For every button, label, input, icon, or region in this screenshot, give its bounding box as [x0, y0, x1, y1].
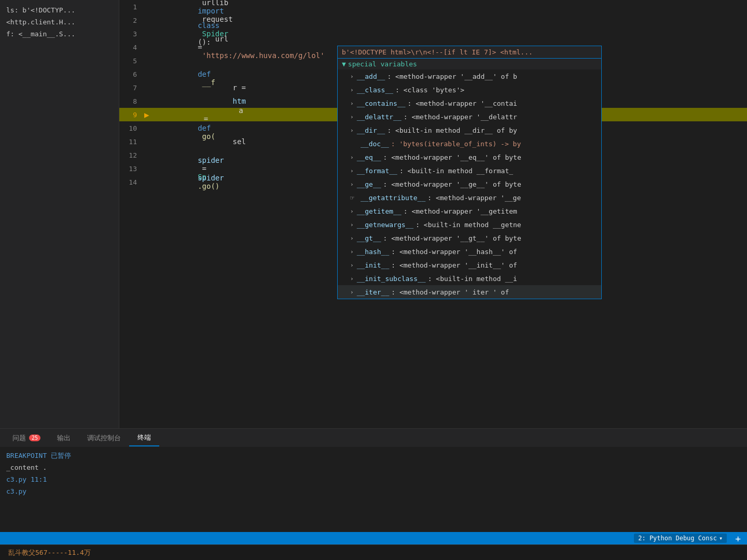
popup-item-init-subclass[interactable]: › __init_subclass__ : <built-in method _… — [338, 272, 601, 285]
popup-item-delattr[interactable]: › __delattr__ : <method-wrapper '__delat… — [338, 110, 601, 123]
item-value: : <method-wrapper '__ge — [427, 194, 521, 202]
stack-item-c3-1[interactable]: c3.py 11:1 — [6, 474, 741, 484]
item-key: __hash__ — [357, 248, 390, 256]
status-bar: 2: Python Debug Consc ▾ + — [0, 532, 747, 544]
editor-area: ls: b'<!DOCTYP... <http.client.H... f: <… — [0, 0, 747, 428]
stack-item-c3-2[interactable]: c3.py — [6, 486, 741, 496]
bottom-content: BREAKPOINT 已暂停 _content . c3.py 11:1 c3.… — [0, 447, 747, 532]
text: sel — [198, 137, 246, 146]
chevron-down-icon: ▼ — [342, 60, 346, 68]
popup-item-getitem[interactable]: › __getitem__ : <method-wrapper '__getit… — [338, 204, 601, 218]
expand-icon[interactable]: › — [350, 87, 354, 93]
item-key: __dir__ — [357, 127, 385, 134]
expand-icon[interactable]: › — [350, 154, 354, 161]
popup-item-init[interactable]: › __init__ : <method-wrapper '__init__' … — [338, 258, 601, 272]
expand-icon[interactable]: › — [350, 181, 354, 188]
cursor-icon: ☞ — [350, 194, 358, 202]
expand-icon[interactable]: › — [350, 289, 354, 296]
expand-icon[interactable]: › — [350, 221, 354, 228]
item-value: : <class 'bytes'> — [395, 86, 464, 94]
tab-terminal-label: 终端 — [137, 433, 151, 442]
text — [198, 116, 215, 124]
bottom-tabs: 问题 25 输出 调试控制台 终端 — [0, 429, 747, 447]
item-key: __init__ — [357, 261, 390, 269]
expand-icon[interactable]: › — [350, 262, 354, 269]
popup-item-gt[interactable]: › __gt__ : <method-wrapper '__gt__' of b… — [338, 231, 601, 245]
item-key: __delattr__ — [357, 113, 402, 121]
line-num-13: 13 — [119, 165, 145, 173]
debug-console-dropdown[interactable]: 2: Python Debug Consc ▾ — [634, 534, 727, 543]
popup-body[interactable]: ▼ special variables › __add__ : <method-… — [338, 59, 601, 299]
sidebar-item-3[interactable]: f: <__main__.S... — [0, 28, 119, 40]
popup-item-iter[interactable]: › __iter__ : <method-wrapper ' iter ' of — [338, 285, 601, 299]
popup-item-doc[interactable]: __doc__ : 'bytes(iterable_of_ints) -> by — [338, 137, 601, 150]
expand-icon[interactable]: › — [350, 127, 354, 134]
line-num-9: 9 — [119, 111, 145, 119]
popup-item-eq[interactable]: › __eq__ : <method-wrapper '__eq__' of b… — [338, 150, 601, 164]
add-terminal-button[interactable]: + — [735, 533, 741, 544]
item-value: : <built-in method __i — [428, 275, 517, 283]
item-key: __iter__ — [357, 288, 390, 296]
item-key: __init_subclass__ — [357, 275, 426, 283]
expand-icon[interactable]: › — [350, 275, 354, 282]
stack-item-label: c3.py — [6, 487, 26, 495]
item-value: : <method-wrapper '__hash__' of — [391, 248, 517, 256]
expand-icon[interactable]: › — [350, 73, 354, 80]
item-key: __getitem__ — [357, 207, 402, 215]
item-value: : <method-wrapper '__contai — [408, 100, 517, 107]
bottom-panel: 问题 25 输出 调试控制台 终端 BREAKPOINT 已暂停 _conten… — [0, 428, 747, 532]
item-key: __gt__ — [357, 234, 381, 242]
tab-output[interactable]: 输出 — [49, 430, 79, 446]
line-num-3: 3 — [119, 30, 145, 38]
tab-problems[interactable]: 问题 25 — [4, 430, 49, 446]
sidebar-item-1[interactable]: ls: b'<!DOCTYP... — [0, 4, 119, 16]
stack-item-content[interactable]: _content . — [6, 463, 741, 472]
info-text: 乱斗教父567-----11.4万 — [8, 548, 91, 557]
stack-item-label: _content . — [6, 464, 47, 471]
popup-item-class[interactable]: › __class__ : <class 'bytes'> — [338, 83, 601, 96]
tab-debug-console[interactable]: 调试控制台 — [79, 430, 129, 446]
popup-item-hash[interactable]: › __hash__ : <method-wrapper '__hash__' … — [338, 245, 601, 258]
tab-terminal[interactable]: 终端 — [129, 430, 159, 446]
popup-item-ge[interactable]: › __ge__ : <method-wrapper '__ge__' of b… — [338, 177, 601, 191]
expand-icon[interactable]: › — [350, 235, 354, 242]
line-content-14: spider .go() — [145, 165, 224, 199]
variable: spider — [198, 156, 224, 164]
function: .go() — [198, 182, 219, 190]
item-value: : <method-wrapper '__add__' of b — [387, 73, 517, 80]
problems-badge: 25 — [29, 435, 40, 441]
popup-item-contains[interactable]: › __contains__ : <method-wrapper '__cont… — [338, 96, 601, 110]
expand-icon[interactable]: › — [350, 167, 354, 174]
expand-icon[interactable]: › — [350, 248, 354, 255]
text: urllib — [198, 0, 232, 7]
popup-item-getattribute[interactable]: ☞ __getattribute__ : <method-wrapper '__… — [338, 191, 601, 204]
popup-item-format[interactable]: › __format__ : <built-in method __format… — [338, 164, 601, 177]
item-key: __ge__ — [357, 180, 381, 188]
code-line-1: 1 from urllib import request — [119, 0, 747, 13]
line-num-2: 2 — [119, 17, 145, 24]
sidebar-item-2[interactable]: <http.client.H... — [0, 16, 119, 28]
debug-console-label: 2: Python Debug Consc — [638, 535, 717, 542]
main-container: ls: b'<!DOCTYP... <http.client.H... f: <… — [0, 0, 747, 560]
expand-icon[interactable]: › — [350, 114, 354, 120]
item-key: __doc__ — [361, 140, 389, 148]
code-editor[interactable]: 1 from urllib import request 2 3 — [119, 0, 747, 428]
debug-popup[interactable]: b'<!DOCTYPE html>\r\n<!--[if lt IE 7]> <… — [337, 46, 602, 299]
line-num-7: 7 — [119, 84, 145, 92]
item-value: : <method-wrapper '__ge__' of byte — [383, 180, 521, 188]
line-num-10: 10 — [119, 124, 145, 132]
item-value: : <method-wrapper '__gt__' of byte — [383, 234, 521, 242]
item-value: : <method-wrapper '__init__' of — [391, 261, 517, 269]
line-num-6: 6 — [119, 71, 145, 78]
tab-debug-console-label: 调试控制台 — [87, 433, 121, 443]
item-key: __getattribute__ — [361, 194, 425, 202]
popup-item-add[interactable]: › __add__ : <method-wrapper '__add__' of… — [338, 69, 601, 83]
popup-item-getnewargs[interactable]: › __getnewargs__ : <built-in method __ge… — [338, 218, 601, 231]
item-value: : <method-wrapper '__eq__' of byte — [383, 153, 521, 161]
popup-item-dir[interactable]: › __dir__ : <built-in method __dir__ of … — [338, 123, 601, 137]
item-key: __eq__ — [357, 153, 381, 161]
item-value: : <built-in method __format_ — [399, 167, 513, 175]
expand-icon[interactable]: › — [350, 208, 354, 215]
popup-header: b'<!DOCTYPE html>\r\n<!--[if lt IE 7]> <… — [338, 46, 601, 59]
expand-icon[interactable]: › — [350, 100, 354, 107]
